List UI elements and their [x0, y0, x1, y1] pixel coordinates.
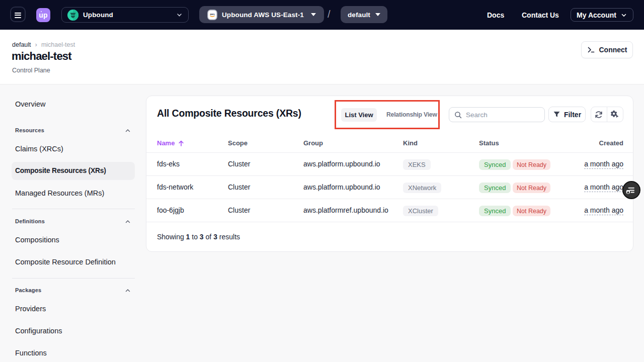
svg-text:aws: aws: [210, 13, 215, 16]
